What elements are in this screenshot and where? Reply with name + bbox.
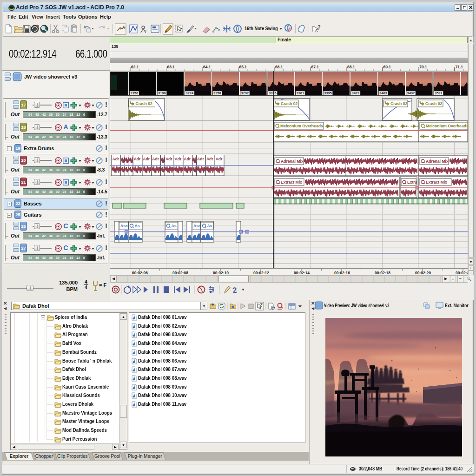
svg-text:Adr: Adr bbox=[197, 157, 204, 161]
svg-text:Extract Mix: Extract Mix bbox=[281, 180, 302, 185]
svg-text:3156: 3156 bbox=[131, 91, 139, 95]
svg-text:Adr: Adr bbox=[112, 157, 119, 161]
svg-text:Crash 02: Crash 02 bbox=[136, 101, 153, 106]
svg-text:3497: 3497 bbox=[407, 91, 415, 95]
svg-text:00:02:18: 00:02:18 bbox=[375, 271, 390, 275]
svg-text:Adr: Adr bbox=[184, 157, 191, 161]
svg-text:00:02:14: 00:02:14 bbox=[294, 271, 310, 275]
svg-text:Extra: Extra bbox=[407, 180, 417, 185]
svg-text:3190: 3190 bbox=[158, 91, 166, 95]
svg-text:71.1: 71.1 bbox=[456, 65, 463, 69]
svg-text:As: As bbox=[135, 224, 140, 228]
svg-text:3224: 3224 bbox=[186, 91, 194, 95]
svg-text:65.1: 65.1 bbox=[239, 65, 247, 69]
svg-text:Adrenal Mix: Adrenal Mix bbox=[426, 159, 449, 164]
svg-text:3463: 3463 bbox=[379, 91, 387, 95]
svg-text:3395: 3395 bbox=[324, 91, 332, 95]
svg-text:64.1: 64.1 bbox=[203, 65, 211, 69]
svg-text:00:02:12: 00:02:12 bbox=[253, 271, 269, 275]
svg-text:Adr: Adr bbox=[165, 157, 172, 161]
svg-text:67.1: 67.1 bbox=[311, 65, 319, 69]
svg-text:68.1: 68.1 bbox=[347, 65, 355, 69]
svg-text:3326: 3326 bbox=[269, 91, 277, 95]
svg-text:63.1: 63.1 bbox=[167, 65, 175, 69]
svg-text:Asc: Asc bbox=[120, 224, 128, 228]
svg-text:00:02:2: 00:02:2 bbox=[456, 271, 468, 275]
svg-text:Adr: Adr bbox=[134, 157, 141, 161]
svg-text:Adr: Adr bbox=[143, 157, 150, 161]
svg-text:Adr: Adr bbox=[206, 157, 213, 161]
svg-text:00:02:10: 00:02:10 bbox=[213, 271, 229, 275]
svg-text:Meiconium Overheads: Meiconium Overheads bbox=[426, 124, 468, 128]
svg-text:00:02:20: 00:02:20 bbox=[415, 271, 431, 275]
svg-text:Extract Mix: Extract Mix bbox=[426, 180, 447, 185]
svg-text:66.1: 66.1 bbox=[275, 65, 283, 69]
svg-text:69.1: 69.1 bbox=[383, 65, 391, 69]
svg-text:00:02:08: 00:02:08 bbox=[172, 271, 188, 275]
svg-text:3361: 3361 bbox=[297, 91, 304, 95]
svg-text:3258: 3258 bbox=[213, 91, 221, 95]
svg-text:Crash 02: Crash 02 bbox=[425, 101, 443, 106]
svg-text:3292: 3292 bbox=[241, 91, 249, 95]
svg-text:As: As bbox=[172, 224, 177, 228]
svg-text:3531: 3531 bbox=[435, 91, 443, 95]
svg-text:2: 2 bbox=[232, 285, 238, 295]
svg-text:As: As bbox=[207, 224, 212, 228]
svg-text:16th Note Swing: 16th Note Swing bbox=[245, 26, 278, 32]
svg-text:Crash 02: Crash 02 bbox=[281, 101, 298, 106]
svg-text:?: ? bbox=[317, 24, 321, 30]
svg-text:Asc: Asc bbox=[193, 224, 201, 228]
svg-text:70.1: 70.1 bbox=[419, 65, 427, 69]
svg-text:Meiconium Overheads: Meiconium Overheads bbox=[280, 124, 323, 128]
svg-text:00:02:06: 00:02:06 bbox=[132, 271, 148, 275]
svg-text:62.1: 62.1 bbox=[131, 65, 139, 69]
svg-text:3429: 3429 bbox=[352, 91, 360, 95]
svg-text:00:02:16: 00:02:16 bbox=[334, 271, 350, 275]
svg-text:Crash 02: Crash 02 bbox=[390, 101, 408, 106]
svg-text:Adr: Adr bbox=[216, 157, 223, 161]
svg-text:Adr: Adr bbox=[175, 157, 182, 161]
svg-text:Adrenal Mix: Adrenal Mix bbox=[281, 159, 304, 164]
svg-text:Adr: Adr bbox=[152, 157, 159, 161]
